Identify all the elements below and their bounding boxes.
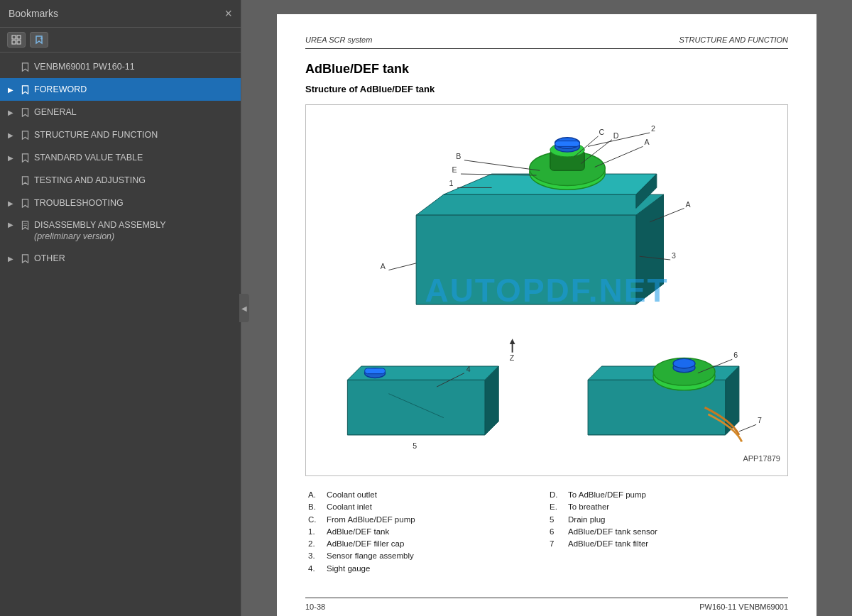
chevron-foreword: ▶ bbox=[6, 86, 16, 94]
svg-rect-20 bbox=[555, 141, 580, 147]
svg-rect-49 bbox=[365, 368, 386, 374]
legend-item-d: D.To AdBlue/DEF pump bbox=[550, 489, 785, 501]
disassembly-line1: DISASSEMBLY AND ASSEMBLY bbox=[34, 219, 234, 231]
legend-table: A.Coolant outlet B.Coolant inlet C.From … bbox=[305, 488, 788, 576]
legend-item-6: 6AdBlue/DEF tank sensor bbox=[550, 526, 785, 538]
svg-text:B: B bbox=[456, 152, 461, 160]
svg-line-21 bbox=[595, 146, 643, 167]
svg-rect-3 bbox=[17, 40, 21, 44]
svg-text:C: C bbox=[599, 128, 605, 136]
svg-line-27 bbox=[588, 133, 650, 146]
legend-left: A.Coolant outlet B.Coolant inlet C.From … bbox=[305, 488, 547, 576]
sidebar-item-label-foreword: FOREWORD bbox=[34, 84, 234, 95]
doc-header-left: UREA SCR system bbox=[305, 35, 372, 44]
svg-point-62 bbox=[673, 358, 695, 368]
sidebar-item-troubleshooting[interactable]: ▶ TROUBLESHOOTING bbox=[0, 192, 241, 214]
svg-line-35 bbox=[388, 263, 416, 270]
legend-item-e: E.To breather bbox=[550, 501, 785, 513]
document-page: UREA SCR system STRUCTURE AND FUNCTION A… bbox=[277, 14, 816, 616]
legend-item-a: A.Coolant outlet bbox=[308, 489, 544, 501]
svg-marker-11 bbox=[416, 215, 636, 304]
app-number: APP17879 bbox=[313, 454, 780, 463]
diagram-container: A C D 2 B E bbox=[305, 104, 788, 476]
tank-diagram: A C D 2 B E bbox=[313, 112, 780, 449]
svg-text:A: A bbox=[381, 262, 386, 270]
sidebar-item-other[interactable]: ▶ OTHER bbox=[0, 248, 241, 270]
legend-item-4: 4.Sight gauge bbox=[308, 563, 544, 575]
chevron-disassembly: ▶ bbox=[6, 221, 16, 229]
sidebar-item-label-other: OTHER bbox=[34, 253, 234, 264]
sidebar-item-standard[interactable]: ▶ STANDARD VALUE TABLE bbox=[0, 146, 241, 169]
svg-marker-42 bbox=[510, 339, 515, 344]
doc-footer-left: 10-38 bbox=[305, 603, 325, 611]
sidebar-item-label-testing: TESTING AND ADJUSTING bbox=[34, 175, 234, 186]
sidebar-item-venbm[interactable]: ▶ VENBM69001 PW160-11 bbox=[0, 55, 241, 78]
doc-subtitle: Structure of AdBlue/DEF tank bbox=[305, 84, 788, 94]
sidebar-item-label-general: GENERAL bbox=[34, 106, 234, 118]
sidebar-item-label-structure: STRUCTURE AND FUNCTION bbox=[34, 129, 234, 141]
sidebar-item-disassembly[interactable]: ▶ DISASSEMBLY AND ASSEMBLY (preliminary … bbox=[0, 214, 241, 248]
sidebar-item-testing[interactable]: ▶ TESTING AND ADJUSTING bbox=[0, 169, 241, 192]
bookmark-icon-other bbox=[20, 254, 30, 263]
svg-text:7: 7 bbox=[758, 416, 762, 424]
chevron-troubleshooting: ▶ bbox=[6, 199, 16, 207]
chevron-other: ▶ bbox=[6, 255, 16, 263]
svg-rect-2 bbox=[12, 40, 16, 44]
sidebar-item-label-venbm: VENBM69001 PW160-11 bbox=[34, 61, 234, 72]
doc-footer-right: PW160-11 VENBM69001 bbox=[699, 603, 788, 611]
legend-item-2: 2.AdBlue/DEF filler cap bbox=[308, 538, 544, 550]
svg-text:1: 1 bbox=[449, 180, 454, 188]
svg-rect-1 bbox=[17, 35, 21, 39]
disassembly-line2: (preliminary version) bbox=[34, 231, 234, 242]
doc-title: AdBlue/DEF tank bbox=[305, 62, 788, 77]
main-content: UREA SCR system STRUCTURE AND FUNCTION A… bbox=[241, 0, 852, 616]
svg-text:D: D bbox=[613, 131, 619, 140]
svg-line-65 bbox=[739, 424, 756, 431]
doc-header: UREA SCR system STRUCTURE AND FUNCTION bbox=[305, 35, 788, 49]
legend-item-c: C.From AdBlue/DEF pump bbox=[308, 514, 544, 526]
svg-text:A: A bbox=[685, 200, 691, 209]
svg-text:3: 3 bbox=[672, 251, 676, 260]
svg-text:4: 4 bbox=[466, 365, 471, 373]
svg-rect-0 bbox=[12, 35, 16, 39]
doc-footer: 10-38 PW160-11 VENBM69001 bbox=[305, 598, 788, 611]
bookmark-icon-troubleshooting bbox=[20, 199, 30, 208]
bookmark-icon-disassembly bbox=[20, 221, 30, 230]
svg-marker-10 bbox=[416, 194, 663, 215]
collapse-sidebar-button[interactable]: ◀ bbox=[239, 294, 249, 322]
sidebar-close-button[interactable]: × bbox=[224, 7, 232, 20]
sidebar: Bookmarks × ▶ VENBM69001 PW160-11 bbox=[0, 0, 241, 616]
sidebar-item-label-disassembly: DISASSEMBLY AND ASSEMBLY (preliminary ve… bbox=[34, 219, 234, 243]
svg-text:6: 6 bbox=[733, 351, 738, 359]
legend-item-3: 3.Sensor flange assembly bbox=[308, 550, 544, 562]
legend-item-b: B.Coolant inlet bbox=[308, 501, 544, 513]
legend-item-1: 1.AdBlue/DEF tank bbox=[308, 526, 544, 538]
legend-right: D.To AdBlue/DEF pump E.To breather 5Drai… bbox=[547, 488, 788, 576]
bookmark-icon-foreword bbox=[20, 85, 30, 94]
doc-header-right: STRUCTURE AND FUNCTION bbox=[679, 35, 788, 44]
svg-text:5: 5 bbox=[413, 441, 417, 449]
sidebar-title: Bookmarks bbox=[9, 8, 58, 19]
bookmark-add-button[interactable] bbox=[30, 32, 48, 48]
sidebar-header: Bookmarks × bbox=[0, 0, 241, 28]
bookmark-icon-structure bbox=[20, 131, 30, 140]
sidebar-item-label-standard: STANDARD VALUE TABLE bbox=[34, 152, 234, 163]
sidebar-item-foreword[interactable]: ▶ FOREWORD bbox=[0, 78, 241, 101]
chevron-standard: ▶ bbox=[6, 154, 16, 162]
chevron-general: ▶ bbox=[6, 109, 16, 116]
bookmark-icon-standard bbox=[20, 153, 30, 163]
svg-text:E: E bbox=[452, 165, 457, 174]
legend-item-7: 7AdBlue/DEF tank filter bbox=[550, 538, 785, 550]
grid-view-button[interactable] bbox=[7, 32, 26, 48]
svg-text:A: A bbox=[644, 138, 650, 146]
sidebar-toolbar bbox=[0, 28, 241, 53]
sidebar-item-structure[interactable]: ▶ STRUCTURE AND FUNCTION bbox=[0, 123, 241, 146]
bookmark-icon-general bbox=[20, 108, 30, 117]
svg-text:2: 2 bbox=[651, 124, 655, 133]
svg-text:Z: Z bbox=[510, 353, 515, 362]
sidebar-item-general[interactable]: ▶ GENERAL bbox=[0, 101, 241, 123]
legend-item-5: 5Drain plug bbox=[550, 514, 785, 526]
svg-line-29 bbox=[464, 160, 540, 171]
bookmark-icon bbox=[20, 62, 30, 72]
svg-marker-47 bbox=[347, 380, 485, 434]
